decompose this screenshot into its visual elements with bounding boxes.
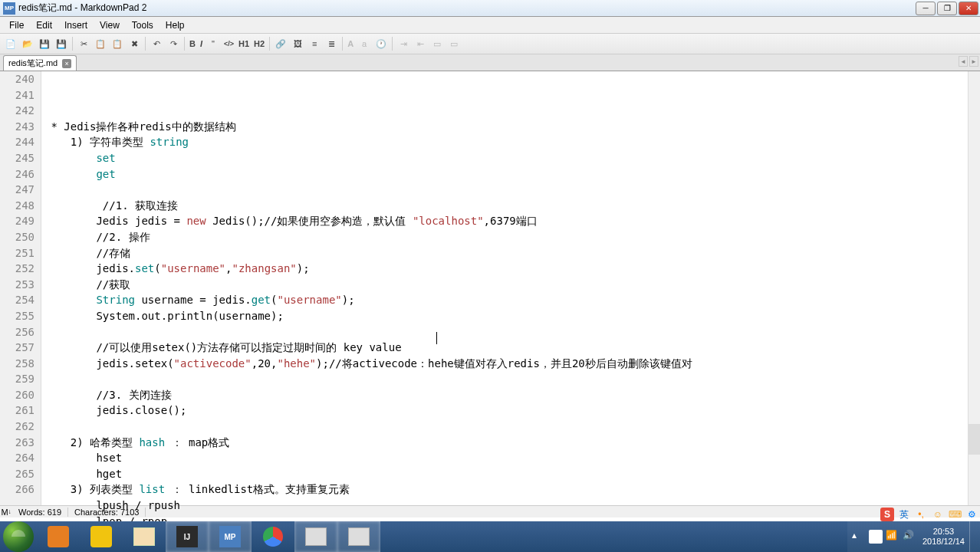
code-line: String username = jedis.get("username");: [44, 292, 980, 308]
document-tab[interactable]: redis笔记.md ×: [3, 55, 77, 71]
settings-icon[interactable]: ⚙: [965, 508, 978, 521]
text-cursor: [436, 332, 437, 344]
task-app-2[interactable]: [80, 521, 123, 552]
toolbar-separator: [342, 37, 343, 51]
keyboard-icon[interactable]: ⌨: [948, 508, 962, 521]
task-app-3[interactable]: [294, 521, 337, 552]
toolbar-separator: [72, 37, 73, 51]
code-line: //3. 关闭连接: [44, 387, 980, 403]
start-button[interactable]: [3, 521, 34, 552]
taskbar: IJ MP ▴ 📶 🔊 20:53 2018/12/14: [0, 521, 980, 552]
punctuation-icon[interactable]: •,: [914, 508, 928, 521]
code-line: //1. 获取连接: [44, 198, 980, 214]
code-line: set: [44, 150, 980, 166]
outdent-button[interactable]: ⇤: [413, 36, 428, 51]
toggle-preview-button[interactable]: ▭: [429, 36, 445, 51]
code-editor[interactable]: * Jedis操作各种redis中的数据结构 1) 字符串类型 string s…: [41, 71, 980, 505]
unordered-list-button[interactable]: ≣: [324, 36, 339, 51]
task-explorer[interactable]: [123, 521, 166, 552]
code-line: jedis.close();: [44, 402, 980, 419]
h1-button[interactable]: H1: [237, 36, 251, 51]
save-button[interactable]: 💾: [37, 36, 52, 51]
export-button[interactable]: ▭: [446, 36, 462, 51]
clock[interactable]: 20:53 2018/12/14: [918, 527, 969, 547]
menu-edit[interactable]: Edit: [30, 18, 58, 32]
code-button[interactable]: </>: [222, 36, 235, 51]
h2-button[interactable]: H2: [252, 36, 266, 51]
menu-file[interactable]: File: [3, 18, 30, 32]
code-line: //可以使用setex()方法存储可以指定过期时间的 key value: [44, 340, 980, 356]
toolbar-separator: [145, 37, 146, 51]
toolbar-separator: [392, 37, 393, 51]
timestamp-button[interactable]: 🕐: [373, 36, 389, 51]
menu-tools[interactable]: Tools: [126, 18, 159, 32]
code-line: 2) 哈希类型 hash ： map格式: [44, 435, 980, 451]
toolbar-separator: [269, 37, 270, 51]
italic-button[interactable]: I: [199, 36, 204, 51]
task-intellij[interactable]: IJ: [166, 521, 209, 552]
task-chrome[interactable]: [252, 521, 294, 552]
line-number-gutter: 240 241 242 243 244 245 246 247 248 249 …: [0, 71, 41, 505]
toolbar-separator: [184, 37, 185, 51]
copy-button[interactable]: 📋: [93, 36, 108, 51]
menu-view[interactable]: View: [94, 18, 126, 32]
image-button[interactable]: 🖼: [290, 36, 305, 51]
indent-button[interactable]: ⇥: [396, 36, 411, 51]
redo-button[interactable]: ↷: [166, 36, 181, 51]
code-line: hget: [44, 466, 980, 482]
task-app-1[interactable]: [37, 521, 80, 552]
link-button[interactable]: 🔗: [273, 36, 288, 51]
scrollbar-thumb[interactable]: [968, 424, 980, 455]
emoji-icon[interactable]: ☺: [931, 508, 945, 521]
small-a-button[interactable]: a: [357, 36, 372, 51]
task-markdownpad[interactable]: MP: [209, 521, 252, 552]
tray-volume-icon[interactable]: 🔊: [903, 530, 916, 544]
code-line: * Jedis操作各种redis中的数据结构: [44, 119, 980, 135]
app-icon: MP: [3, 2, 15, 15]
language-icon[interactable]: 英: [897, 508, 911, 521]
tray-flag-icon[interactable]: [869, 530, 883, 544]
tab-scroll-right[interactable]: ►: [969, 56, 978, 67]
minimize-button[interactable]: ─: [916, 2, 936, 15]
code-line: [44, 419, 980, 435]
menu-insert[interactable]: Insert: [58, 18, 94, 32]
tab-close-button[interactable]: ×: [62, 59, 71, 68]
code-line: get: [44, 166, 980, 182]
paste-button[interactable]: 📋: [110, 36, 125, 51]
window-controls: ─ ❐ ✕: [916, 2, 980, 15]
system-tray: ▴ 📶 🔊 20:53 2018/12/14: [847, 521, 980, 552]
cut-button[interactable]: ✂: [76, 36, 91, 51]
code-line: Jedis jedis = new Jedis();//如果使用空参构造，默认值…: [44, 213, 980, 229]
show-desktop-button[interactable]: [969, 521, 977, 552]
undo-button[interactable]: ↶: [149, 36, 164, 51]
tray-network-icon[interactable]: 📶: [886, 530, 899, 544]
hr-button[interactable]: A: [346, 36, 355, 51]
code-line: [44, 324, 980, 340]
sogou-ime-icon[interactable]: S: [880, 508, 894, 521]
vertical-scrollbar[interactable]: [968, 71, 980, 505]
delete-button[interactable]: ✖: [127, 36, 142, 51]
titlebar: MP redis笔记.md - MarkdownPad 2 ─ ❐ ✕: [0, 0, 980, 17]
close-button[interactable]: ✕: [959, 2, 978, 15]
tab-label: redis笔记.md: [8, 58, 58, 69]
tray-up-icon[interactable]: ▴: [852, 530, 866, 544]
code-line: hset: [44, 450, 980, 466]
toolbar: 📄 📂 💾 💾 ✂ 📋 📋 ✖ ↶ ↷ B I " </> H1 H2 🔗 🖼 …: [0, 34, 980, 54]
menu-help[interactable]: Help: [159, 18, 191, 32]
ordered-list-button[interactable]: ≡: [307, 36, 322, 51]
code-line: lpush / rpush: [44, 498, 980, 514]
code-line: System.out.println(username);: [44, 308, 980, 324]
task-app-4[interactable]: [337, 521, 380, 552]
code-line: 3) 列表类型 list ： linkedlist格式。支持重复元素: [44, 481, 980, 498]
maximize-button[interactable]: ❐: [937, 2, 957, 15]
save-all-button[interactable]: 💾: [54, 36, 69, 51]
new-file-button[interactable]: 📄: [3, 36, 18, 51]
code-line: jedis.setex("activecode",20,"hehe");//将a…: [44, 356, 980, 372]
bold-button[interactable]: B: [188, 36, 197, 51]
ime-tray: S 英 •, ☺ ⌨ ⚙: [880, 508, 978, 521]
quote-button[interactable]: ": [206, 36, 221, 51]
tab-scroll-left[interactable]: ◄: [959, 56, 968, 67]
window-title: redis笔记.md - MarkdownPad 2: [18, 2, 916, 15]
open-file-button[interactable]: 📂: [20, 36, 35, 51]
code-line: [44, 371, 980, 387]
